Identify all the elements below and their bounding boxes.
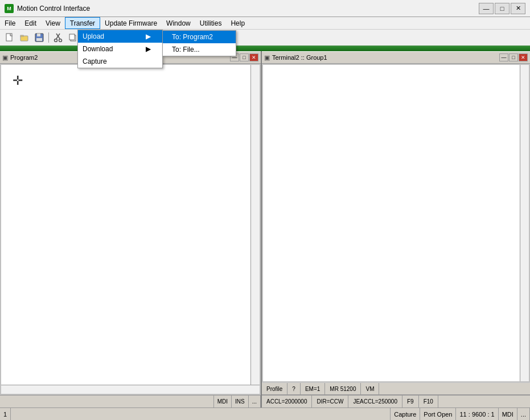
toolbar-open[interactable] <box>18 31 31 44</box>
ts-accl: ACCL=2000000 <box>262 396 312 407</box>
panel-program2-scrollbar-v[interactable] <box>250 65 260 394</box>
ts-f10: F10 <box>419 396 438 407</box>
terminal-status-top: Profile ? EM=1 MR 51200 VM <box>262 382 530 395</box>
status-baudrate: 11 : 9600 : 1 <box>456 408 498 420</box>
capture-container: Capture <box>78 55 162 68</box>
crosshair-icon: ✛ <box>13 73 23 88</box>
svg-rect-5 <box>36 38 42 41</box>
window-title: Motion Control Interface <box>17 5 479 13</box>
ts-jeaccl: JEACCL=250000 <box>348 396 402 407</box>
panel-terminal2-controls: — □ ✕ <box>499 53 528 61</box>
svg-point-9 <box>59 39 62 42</box>
toolbar-cut[interactable] <box>51 31 65 44</box>
panel-program2-maximize[interactable]: □ <box>240 53 249 61</box>
panel-terminal2-minimize[interactable]: — <box>499 53 508 61</box>
svg-rect-2 <box>20 35 23 36</box>
title-bar: M Motion Control Interface — □ ✕ <box>0 0 530 17</box>
app-icon: M <box>5 4 14 13</box>
ts-question: ? <box>287 383 301 394</box>
status-spacer <box>11 408 391 420</box>
panel-program2-icon: ▣ <box>2 54 8 61</box>
status-dots: ... <box>249 396 261 407</box>
toolbar-new[interactable] <box>3 31 17 44</box>
upload-menu-item[interactable]: Upload ▶ <box>78 30 162 43</box>
menu-utilities[interactable]: Utilities <box>195 17 227 29</box>
panel-program2: ▣ Program2 — □ ✕ ✛ MDI INS ... <box>0 51 262 407</box>
panel-terminal2-content <box>263 65 529 381</box>
download-arrow: ▶ <box>146 45 151 53</box>
window-controls: — □ ✕ <box>479 3 525 14</box>
toolbar-save[interactable] <box>32 31 46 44</box>
upload-container: Upload ▶ To: Program2 To: File... <box>78 30 162 43</box>
ts-f9: F9 <box>402 396 419 407</box>
menu-file[interactable]: File <box>0 17 20 29</box>
toolbar-sep-1 <box>48 32 49 43</box>
panel-program2-statusbar: MDI INS ... <box>0 395 261 407</box>
terminal-status-bottom: ACCL=2000000 DIR=CCW JEACCL=250000 F9 F1… <box>262 395 530 407</box>
ts-vm: VM <box>361 383 379 394</box>
maximize-button[interactable]: □ <box>495 3 510 14</box>
status-mdi: MDI <box>214 396 232 407</box>
to-program2-item[interactable]: To: Program2 <box>163 31 236 43</box>
svg-rect-11 <box>69 34 75 40</box>
capture-label: Capture <box>83 57 107 65</box>
menu-window[interactable]: Window <box>162 17 195 29</box>
upload-submenu: To: Program2 To: File... <box>162 30 236 56</box>
menu-help[interactable]: Help <box>226 17 249 29</box>
download-menu-item[interactable]: Download ▶ <box>78 43 162 55</box>
panel-terminal2-maximize[interactable]: □ <box>509 53 518 61</box>
menu-bar: File Edit View Transfer Update Firmware … <box>0 17 530 30</box>
panel-terminal2-title: Terminal2 :: Group1 <box>272 54 499 61</box>
menu-transfer[interactable]: Transfer <box>65 17 100 29</box>
main-area: ▣ Program2 — □ ✕ ✛ MDI INS ... ▣ Termina… <box>0 51 530 407</box>
menu-view[interactable]: View <box>41 17 65 29</box>
menu-update-firmware[interactable]: Update Firmware <box>100 17 162 29</box>
ts-em: EM=1 <box>301 383 325 394</box>
status-mdi-bottom: MDI <box>499 408 517 420</box>
status-ins: INS <box>232 396 249 407</box>
panel-program2-content: ✛ <box>1 65 260 394</box>
panel-program2-close[interactable]: ✕ <box>249 53 258 61</box>
status-capture: Capture <box>391 408 420 420</box>
upload-label: Upload <box>83 32 104 40</box>
download-container: Download ▶ <box>78 43 162 55</box>
panel-terminal2-scrollbar-v[interactable] <box>520 65 529 381</box>
panel-terminal2-titlebar: ▣ Terminal2 :: Group1 — □ ✕ <box>262 51 530 64</box>
download-label: Download <box>83 45 113 53</box>
upload-arrow: ▶ <box>146 32 151 40</box>
panel-program2-scrollbar-h[interactable] <box>1 385 260 394</box>
panel-terminal2: ▣ Terminal2 :: Group1 — □ ✕ Profile ? EM… <box>262 51 530 407</box>
menu-edit[interactable]: Edit <box>20 17 41 29</box>
ts-mr: MR 51200 <box>325 383 361 394</box>
status-port: Port Open <box>420 408 456 420</box>
transfer-dropdown: Upload ▶ To: Program2 To: File... Downlo… <box>77 30 163 68</box>
panel-terminal2-icon: ▣ <box>264 54 270 61</box>
minimize-button[interactable]: — <box>479 3 494 14</box>
status-page: 1 <box>0 408 11 420</box>
panel-terminal2-close[interactable]: ✕ <box>519 53 528 61</box>
capture-menu-item[interactable]: Capture <box>78 55 162 68</box>
svg-rect-4 <box>37 34 40 36</box>
status-dots-bottom: ... <box>517 408 530 420</box>
ts-dir: DIR=CCW <box>312 396 348 407</box>
to-file-item[interactable]: To: File... <box>163 43 236 56</box>
svg-point-8 <box>55 39 57 42</box>
close-button[interactable]: ✕ <box>511 3 525 14</box>
ts-profile: Profile <box>262 383 287 394</box>
status-spacer <box>0 396 214 407</box>
status-bar: 1 Capture Port Open 11 : 9600 : 1 MDI ..… <box>0 407 530 420</box>
